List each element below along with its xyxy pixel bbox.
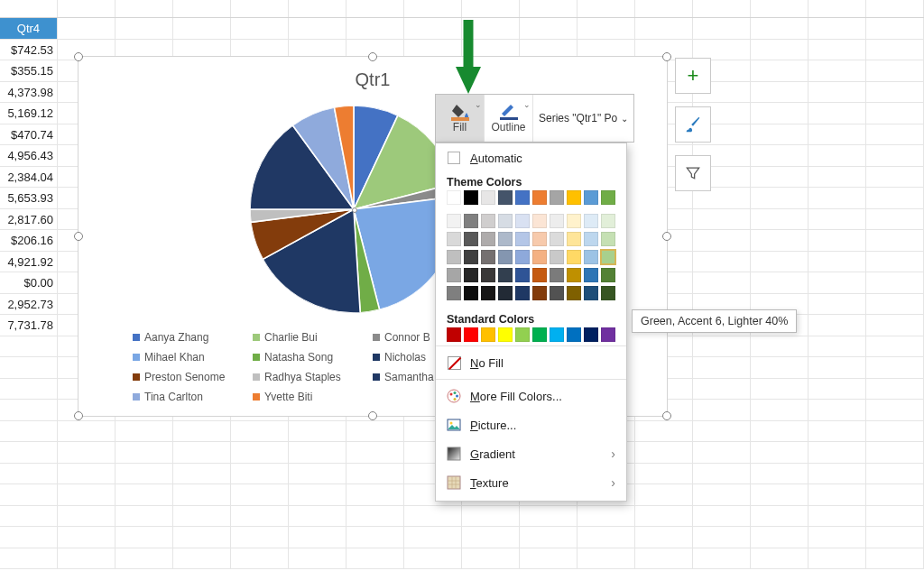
color-swatch[interactable] <box>550 232 564 246</box>
color-swatch[interactable] <box>584 286 598 300</box>
texture-fill-option[interactable]: Texture › <box>436 468 626 497</box>
data-cell[interactable]: 4,921.92 <box>0 252 58 272</box>
legend-item[interactable]: Aanya Zhang <box>133 331 253 344</box>
color-swatch[interactable] <box>515 232 530 246</box>
color-swatch[interactable] <box>584 214 598 228</box>
data-cell[interactable]: 2,817.60 <box>0 209 58 230</box>
color-swatch[interactable] <box>481 327 495 342</box>
data-cell[interactable]: 4,373.98 <box>0 82 58 103</box>
color-swatch[interactable] <box>584 268 598 282</box>
color-swatch[interactable] <box>601 232 615 246</box>
automatic-fill-option[interactable]: Automatic <box>436 143 626 172</box>
color-swatch[interactable] <box>464 268 478 282</box>
data-cell[interactable]: $470.74 <box>0 124 58 145</box>
pie-chart[interactable] <box>250 106 457 313</box>
resize-handle[interactable] <box>662 411 671 420</box>
legend-item[interactable]: Charlie Bui <box>253 331 373 344</box>
color-swatch[interactable] <box>532 327 547 342</box>
chart-elements-button[interactable]: + <box>675 58 711 94</box>
color-swatch[interactable] <box>567 286 581 300</box>
resize-handle[interactable] <box>368 411 377 420</box>
color-swatch[interactable] <box>550 268 564 282</box>
data-cell[interactable]: 2,952.73 <box>0 294 58 315</box>
data-cell[interactable]: 7,731.78 <box>0 315 58 336</box>
color-swatch[interactable] <box>515 190 530 205</box>
color-swatch[interactable] <box>550 250 564 264</box>
color-swatch[interactable] <box>515 286 530 300</box>
data-cell[interactable]: 5,169.12 <box>0 103 58 124</box>
color-swatch[interactable] <box>447 190 461 205</box>
color-swatch[interactable] <box>464 232 478 246</box>
column-header-qtr4[interactable]: Qtr4 <box>0 18 58 39</box>
color-swatch[interactable] <box>481 232 495 246</box>
color-swatch[interactable] <box>550 327 564 342</box>
color-swatch[interactable] <box>567 232 581 246</box>
series-selector[interactable]: Series "Qtr1" Po ⌄ <box>533 95 633 142</box>
color-swatch[interactable] <box>601 214 615 228</box>
color-swatch[interactable] <box>584 190 598 205</box>
color-swatch[interactable] <box>601 286 615 300</box>
color-swatch[interactable] <box>464 214 478 228</box>
color-swatch[interactable] <box>498 327 513 342</box>
color-swatch[interactable] <box>601 190 615 205</box>
color-swatch[interactable] <box>498 268 513 282</box>
color-swatch[interactable] <box>447 214 461 228</box>
resize-handle[interactable] <box>74 232 83 241</box>
color-swatch[interactable] <box>567 327 581 342</box>
color-swatch[interactable] <box>498 250 513 264</box>
data-cell[interactable]: $206.16 <box>0 230 58 251</box>
color-swatch[interactable] <box>584 327 598 342</box>
color-swatch[interactable] <box>481 250 495 264</box>
color-swatch[interactable] <box>498 214 513 228</box>
color-swatch[interactable] <box>601 250 615 264</box>
gradient-fill-option[interactable]: Gradient › <box>436 439 626 468</box>
outline-button[interactable]: ⌄ Outline <box>485 95 533 142</box>
color-swatch[interactable] <box>481 214 495 228</box>
color-swatch[interactable] <box>481 286 495 300</box>
color-swatch[interactable] <box>498 232 513 246</box>
color-swatch[interactable] <box>550 286 564 300</box>
data-cell[interactable]: $0.00 <box>0 272 58 293</box>
chart-filters-button[interactable] <box>675 155 711 191</box>
color-swatch[interactable] <box>447 327 461 342</box>
no-fill-option[interactable]: No Fill <box>436 348 626 377</box>
data-cell[interactable]: 5,653.93 <box>0 188 58 208</box>
color-swatch[interactable] <box>532 268 547 282</box>
pie-center-handle[interactable] <box>352 207 357 213</box>
legend-item[interactable]: Natasha Song <box>253 351 373 364</box>
color-swatch[interactable] <box>515 214 530 228</box>
legend-item[interactable]: Yvette Biti <box>253 391 373 403</box>
color-swatch[interactable] <box>532 286 547 300</box>
color-swatch[interactable] <box>464 250 478 264</box>
resize-handle[interactable] <box>662 52 671 61</box>
color-swatch[interactable] <box>447 268 461 282</box>
data-cell[interactable]: 2,384.04 <box>0 167 58 188</box>
color-swatch[interactable] <box>601 327 615 342</box>
chart-styles-button[interactable] <box>675 106 711 143</box>
color-swatch[interactable] <box>515 327 530 342</box>
data-cell[interactable]: $742.53 <box>0 40 58 60</box>
more-fill-colors-option[interactable]: More Fill Colors... <box>436 382 626 410</box>
color-swatch[interactable] <box>464 286 478 300</box>
color-swatch[interactable] <box>601 268 615 282</box>
color-swatch[interactable] <box>550 214 564 228</box>
fill-button[interactable]: ⌄ Fill <box>436 95 485 142</box>
resize-handle[interactable] <box>368 52 377 61</box>
color-swatch[interactable] <box>532 190 547 205</box>
color-swatch[interactable] <box>584 232 598 246</box>
chart-title[interactable]: Qtr1 <box>79 69 667 90</box>
color-swatch[interactable] <box>567 190 581 205</box>
color-swatch[interactable] <box>481 190 495 205</box>
color-swatch[interactable] <box>515 268 530 282</box>
color-swatch[interactable] <box>515 250 530 264</box>
color-swatch[interactable] <box>584 250 598 264</box>
color-swatch[interactable] <box>567 268 581 282</box>
color-swatch[interactable] <box>498 190 513 205</box>
picture-fill-option[interactable]: Picture... <box>436 410 626 439</box>
color-swatch[interactable] <box>464 190 478 205</box>
color-swatch[interactable] <box>447 232 461 246</box>
color-swatch[interactable] <box>567 214 581 228</box>
color-swatch[interactable] <box>481 268 495 282</box>
resize-handle[interactable] <box>74 411 83 420</box>
color-swatch[interactable] <box>567 250 581 264</box>
